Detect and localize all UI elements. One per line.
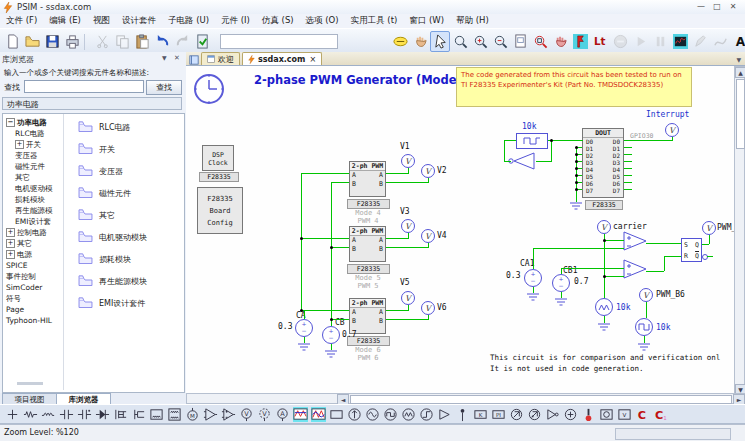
panel-collapse-icon[interactable]: ▼	[162, 54, 167, 61]
capacitor-polar-icon[interactable]	[75, 405, 93, 423]
transducer-icon[interactable]	[597, 405, 615, 423]
ammeter-icon[interactable]: A	[273, 405, 291, 423]
tree-item-11[interactable]: +控制电路	[6, 228, 47, 238]
vscroll-thumb[interactable]	[736, 79, 745, 149]
menu-item-5[interactable]: 子电路 (U)	[162, 15, 215, 27]
voltage-probe-v4[interactable]: V	[421, 229, 435, 243]
scope-4ch-icon[interactable]	[309, 405, 327, 423]
voltage-probe-carrier[interactable]: V	[597, 220, 611, 234]
igbt-icon[interactable]	[129, 405, 147, 423]
transformer-3w-icon[interactable]	[165, 405, 183, 423]
scope-2ch-icon[interactable]	[291, 405, 309, 423]
cut-icon[interactable]	[92, 31, 112, 52]
folder-item-1[interactable]: RLC电路	[72, 120, 131, 134]
current-source-icon[interactable]	[345, 405, 363, 423]
search-button[interactable]: 查找	[146, 80, 182, 95]
expand-icon[interactable]: +	[6, 239, 15, 248]
gain-icon[interactable]: K	[471, 405, 489, 423]
voltage-probe-v3[interactable]: V	[401, 219, 415, 233]
tab-close-icon[interactable]: ×	[309, 55, 316, 64]
tree-item-2[interactable]: RLC电路	[15, 129, 45, 139]
comparator-icon-1[interactable]	[623, 231, 647, 253]
folder-item-3[interactable]: 变压器	[72, 164, 123, 178]
schematic-canvas[interactable]: 2-phase PWM Generator (Mode 6) The code …	[186, 65, 745, 394]
dc-source-ca1[interactable]: +−	[524, 269, 542, 287]
tab-overflow-icon[interactable]: ▼	[736, 56, 741, 63]
folder-item-4[interactable]: 磁性元件	[72, 186, 131, 200]
pan-icon[interactable]	[410, 31, 430, 52]
folder-item-2[interactable]: 开关	[72, 142, 115, 156]
square-wave-block[interactable]	[516, 133, 548, 149]
ltspice-icon[interactable]: Lt	[590, 31, 610, 52]
dc-source-ca[interactable]: +−	[295, 319, 313, 337]
sine-source-icon[interactable]	[363, 405, 381, 423]
copy-icon[interactable]	[112, 31, 132, 52]
tree-hscroll-thumb[interactable]	[17, 382, 43, 385]
probe-icon[interactable]	[453, 405, 471, 423]
tree-item-14[interactable]: SPICE	[6, 261, 27, 270]
junction-icon[interactable]	[3, 405, 21, 423]
category-header[interactable]: 功率电路	[2, 97, 182, 110]
tree-item-18[interactable]: Page	[6, 305, 24, 314]
ground-icon[interactable]	[298, 343, 310, 353]
folder-item-7[interactable]: 损耗模块	[72, 252, 131, 266]
tab-ssdax[interactable]: ssdax.com ×	[242, 52, 322, 65]
diode-icon[interactable]	[93, 405, 111, 423]
ground-icon[interactable]	[638, 343, 650, 353]
dc-source-cb1[interactable]: +−	[552, 274, 570, 292]
menu-item-3[interactable]: 视图	[87, 15, 116, 27]
tree-item-17[interactable]: 符号	[6, 294, 21, 304]
board-config-block[interactable]: F28335 Board Config	[197, 187, 243, 234]
voltmeter-icon[interactable]: V	[237, 405, 255, 423]
paste-icon[interactable]	[132, 31, 152, 52]
c-script-icon[interactable]: C	[633, 405, 651, 423]
tree-item-13[interactable]: +电源	[6, 250, 32, 260]
c-block-icon[interactable]: C1	[651, 405, 669, 423]
print-icon[interactable]	[62, 31, 82, 52]
menu-item-1[interactable]: 文件 (F)	[0, 15, 43, 27]
fit-to-page-icon[interactable]	[510, 31, 530, 52]
pwm-block-3[interactable]: 2-ph PWM A B A B	[349, 298, 386, 334]
square-source-icon[interactable]	[381, 405, 399, 423]
maximize-button[interactable]: □	[709, 2, 725, 12]
open-file-icon[interactable]	[22, 31, 42, 52]
menu-item-2[interactable]: 编辑 (E)	[43, 15, 87, 27]
folder-item-6[interactable]: 电机驱动模块	[72, 230, 147, 244]
canvas-vscrollbar[interactable]: ▲ ▼	[734, 66, 745, 394]
thermal-icon[interactable]	[579, 405, 597, 423]
menu-item-7[interactable]: 仿真 (S)	[256, 15, 300, 27]
dsp-clock-block[interactable]: DSP Clock	[202, 145, 234, 171]
capacitor-icon[interactable]	[57, 405, 75, 423]
mosfet-icon[interactable]	[111, 405, 129, 423]
zoom-in-icon[interactable]	[470, 31, 490, 52]
curve-icon[interactable]	[710, 31, 730, 52]
expand-icon[interactable]: +	[6, 250, 15, 259]
pan-page-icon[interactable]	[550, 31, 570, 52]
voltmeter-node-icon[interactable]: V	[255, 405, 273, 423]
menu-item-4[interactable]: 设计套件	[116, 15, 162, 27]
transducer-2-icon[interactable]: V	[615, 405, 633, 423]
opamp-icon[interactable]	[201, 405, 219, 423]
menu-item-10[interactable]: 窗口 (W)	[403, 15, 450, 27]
dout-block[interactable]: DOUT D0D0D1D1D2D2D3D3D4D4D5D5D6D6D7D7	[582, 128, 624, 198]
ground-icon[interactable]	[598, 323, 610, 333]
run-simview-icon[interactable]	[570, 31, 590, 52]
summer-icon[interactable]	[561, 405, 579, 423]
new-file-icon[interactable]	[2, 31, 22, 52]
triangle-source-icon[interactable]	[399, 405, 417, 423]
freehand-icon[interactable]	[690, 31, 710, 52]
ground-icon[interactable]	[570, 202, 582, 212]
zoom-previous-icon[interactable]	[390, 31, 410, 52]
view-waveform-icon[interactable]	[670, 31, 690, 52]
tab-welcome[interactable]: 欢迎	[201, 52, 240, 65]
voltage-probe-v2[interactable]: V	[421, 164, 435, 178]
menu-item-8[interactable]: 选项 (O)	[300, 15, 345, 27]
ground-icon[interactable]	[555, 298, 567, 308]
pwm-block-1[interactable]: 2-ph PWM A B A B	[349, 161, 386, 197]
canvas-hscrollbar[interactable]: ◄ ►	[186, 393, 745, 404]
not-gate-icon[interactable]	[507, 152, 535, 172]
triangle-wave-source[interactable]	[595, 298, 613, 316]
close-button[interactable]: ✕	[725, 2, 741, 12]
minimize-button[interactable]: —	[693, 2, 709, 12]
clock-icon[interactable]	[192, 72, 226, 108]
